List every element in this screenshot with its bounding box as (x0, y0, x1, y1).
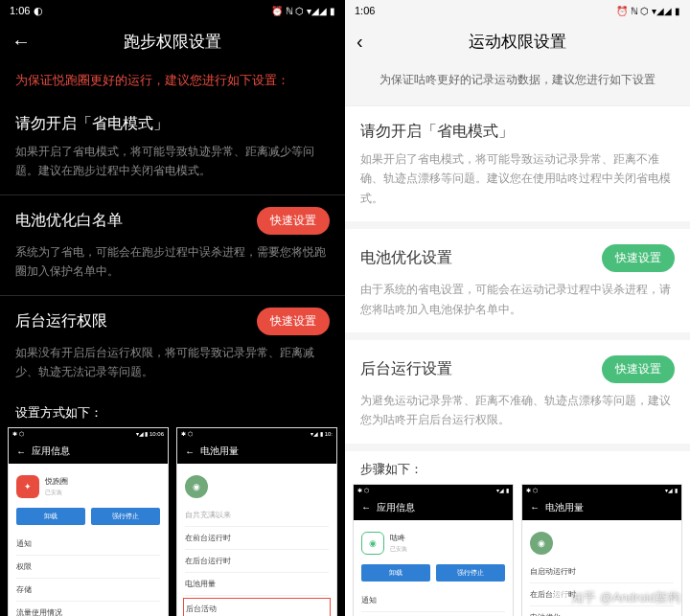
section-title: 后台运行权限 (15, 311, 107, 331)
section-title: 请勿开启「省电模式」 (360, 122, 514, 142)
section-desc: 如果开启了省电模式，将可能导致轨迹异常、距离减少等问题。建议在跑步过程中关闭省电… (15, 142, 330, 181)
status-bar: 1:06◐ ⏰ ℕ ⬡ ▾◢◢ ▮ (0, 0, 345, 21)
time: 1:06 (355, 5, 375, 16)
section-title: 电池优化设置 (360, 248, 452, 268)
header: ← 跑步权限设置 (0, 21, 345, 62)
section-battery: 电池优化设置 快速设置 由于系统的省电设置，可能会在运动记录过程中误杀进程，请您… (345, 229, 690, 340)
back-icon: ← (185, 446, 195, 457)
list-item: 在前台运行时 (185, 527, 329, 550)
app-icon: ◉ (530, 532, 553, 555)
list-item: 通知 (361, 589, 505, 612)
list-item: 权限 (16, 556, 160, 579)
page-title: 运动权限设置 (356, 31, 678, 53)
app-icon: ◉ (361, 532, 384, 555)
page-title: 跑步权限设置 (12, 31, 334, 53)
thumbnail-app-info: ✱ ⬡▾◢ ▮ 10:06 ←应用信息 ✦悦跑圈已安装 卸载强行停止 通知 权限… (8, 427, 169, 616)
status-bar: 1:06 ⏰ ℕ ⬡ ▾◢◢ ▮ (345, 0, 690, 21)
section-desc: 系统为了省电，可能会在跑步过程中误杀进程，需要您将悦跑圈加入保护名单中。 (15, 242, 330, 282)
zhihu-icon (554, 591, 567, 605)
steps-label: 设置方式如下： (0, 395, 345, 427)
quick-setup-button[interactable]: 快速设置 (257, 207, 330, 235)
app-icon: ✦ (16, 475, 39, 498)
right-pane: 1:06 ⏰ ℕ ⬡ ▾◢◢ ▮ ‹ 运动权限设置 为保证咕咚更好的记录运动数据… (345, 0, 690, 616)
app-icon: ◉ (185, 475, 208, 498)
section-background: 后台运行设置 快速设置 为避免运动记录异常、距离不准确、轨迹点漂移等问题，建议您… (345, 340, 690, 451)
thumbnail-battery: ✱ ⬡▾◢ ▮ 10: ←电池用量 ◉ 自共充满以来 在前台运行时 在后台运行时… (176, 427, 337, 616)
section-background: 后台运行权限 快速设置 如果没有开启后台运行权限，将可能导致记录异常、距离减少、… (0, 296, 345, 396)
force-stop-button: 强行停止 (91, 508, 160, 525)
section-powersave: 请勿开启「省电模式」 如果开启了省电模式，将可能导致运动记录异常、距离不准确、轨… (345, 106, 690, 229)
intro-text: 为保证悦跑圈更好的运行，建议您进行如下设置： (0, 62, 345, 103)
location-icon: ◐ (34, 5, 43, 17)
left-pane: 1:06◐ ⏰ ℕ ⬡ ▾◢◢ ▮ ← 跑步权限设置 为保证悦跑圈更好的运行，建… (0, 0, 345, 616)
list-item-highlighted: 后台活动 (183, 598, 331, 616)
section-title: 请勿开启「省电模式」 (15, 114, 169, 134)
quick-setup-button[interactable]: 快速设置 (602, 355, 675, 383)
list-item: 自启动运行时 (530, 560, 674, 583)
time: 1:06 (10, 5, 30, 16)
back-icon: ← (530, 502, 540, 513)
section-battery: 电池优化白名单 快速设置 系统为了省电，可能会在跑步过程中误杀进程，需要您将悦跑… (0, 195, 345, 296)
section-desc: 为避免运动记录异常、距离不准确、轨迹点漂移等问题，建议您为咕咚开启后台运行权限。 (360, 391, 675, 430)
section-powersave: 请勿开启「省电模式」 如果开启了省电模式，将可能导致轨迹异常、距离减少等问题。建… (0, 103, 345, 195)
list-item: 存储 (16, 579, 160, 602)
intro-text: 为保证咕咚更好的记录运动数据，建议您进行如下设置 (345, 62, 690, 106)
list-item: 电池用量 (185, 573, 329, 596)
status-icons: ⏰ ℕ ⬡ ▾◢◢ ▮ (271, 6, 335, 16)
list-item: 在后台运行时 (185, 550, 329, 573)
section-desc: 如果开启了省电模式，将可能导致运动记录异常、距离不准确、轨迹点漂移等问题。建议您… (360, 149, 675, 208)
section-desc: 如果没有开启后台运行权限，将可能导致记录异常、距离减少、轨迹无法记录等问题。 (15, 343, 330, 382)
header: ‹ 运动权限设置 (345, 21, 690, 62)
list-item: 权限 (361, 612, 505, 616)
thumbnail-app-info: ✱ ⬡▾◢ ▮ ←应用信息 ◉咕咚已安装 卸载强行停止 通知 权限 存储 流量使… (353, 484, 514, 616)
uninstall-button: 卸载 (16, 508, 85, 525)
section-title: 电池优化白名单 (15, 211, 123, 231)
quick-setup-button[interactable]: 快速设置 (257, 308, 330, 335)
section-title: 后台运行设置 (360, 359, 452, 379)
thumbnails: ✱ ⬡▾◢ ▮ 10:06 ←应用信息 ✦悦跑圈已安装 卸载强行停止 通知 权限… (0, 427, 345, 616)
back-icon: ← (16, 446, 26, 457)
list-item: 流量使用情况 (16, 602, 160, 616)
list-item: 通知 (16, 533, 160, 556)
list-item: 电池优化 (530, 606, 674, 616)
status-icons: ⏰ ℕ ⬡ ▾◢◢ ▮ (616, 6, 680, 16)
back-icon: ← (361, 502, 371, 513)
section-desc: 由于系统的省电设置，可能会在运动记录过程中误杀进程，请您将咕咚加入电池保护名单中… (360, 280, 675, 319)
quick-setup-button[interactable]: 快速设置 (602, 244, 675, 272)
steps-label: 步骤如下： (345, 451, 690, 484)
watermark: 知乎 @Android架构 (554, 589, 680, 606)
